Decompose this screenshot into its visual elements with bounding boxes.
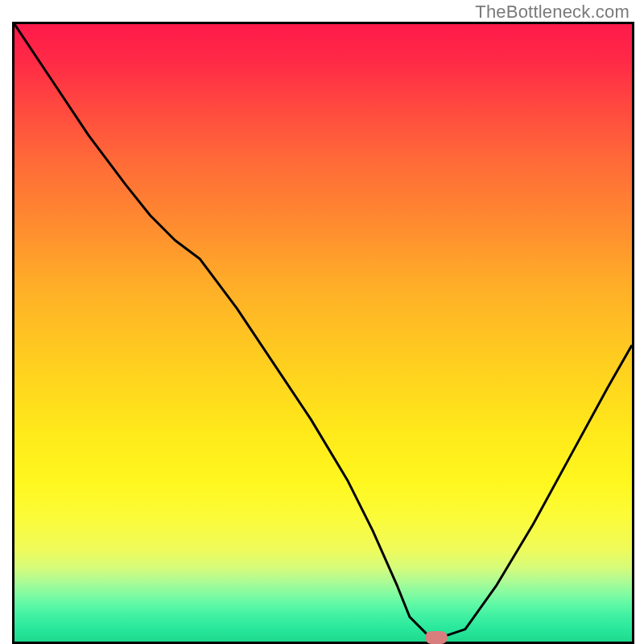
chart-area	[12, 24, 632, 644]
optimal-marker	[425, 631, 448, 644]
attribution-text: TheBottleneck.com	[475, 2, 630, 23]
chart-background-gradient	[14, 24, 632, 642]
